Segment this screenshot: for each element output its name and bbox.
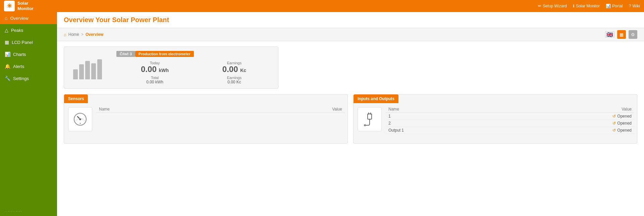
sensors-col-name: Name [96,106,223,113]
status-icon-output1: ↺ [612,128,616,133]
bar-4 [91,63,96,79]
sidebar-item-alerts[interactable]: 🔔 Alerts [0,60,57,72]
sensors-icon-box: ● [68,107,92,131]
page-header: Overview Your Solar Power Plant [57,12,644,28]
question-icon: ? [629,4,631,8]
plug-icon [362,112,377,127]
io-icon-box [358,107,382,131]
earnings-value: 0.00 Kc [196,65,273,74]
gauge-icon: ● [73,112,88,127]
sensors-panel: Sensors ● [64,94,348,144]
tab-production[interactable]: Production from electrometer [135,51,194,57]
logo-text: Solar Monitor [17,1,34,11]
earnings2-label: Earnings [196,76,273,80]
bar-chart [73,56,102,79]
nav-wiki[interactable]: ? Wiki [629,4,640,8]
nav-solar-monitor[interactable]: ℹ Solar Monitor [573,4,600,8]
app-layout: ⌂ Overview △ Peaks ▦ LCD Panel 📊 Charts … [0,12,644,216]
logo-icon: ☀ [4,1,15,11]
panels-row: Sensors ● [64,94,637,144]
production-chart-area [64,47,111,88]
sensors-table: Name Value [96,106,345,113]
sidebar-item-lcd-panel[interactable]: ▦ LCD Panel [0,36,57,48]
bar-3 [85,61,90,79]
status-icon-1: ↺ [612,114,616,119]
total-value: 0.00 kWh [116,80,193,84]
earnings2-value: 0.00 Kc [196,80,273,84]
breadcrumb-actions: 🇬🇧 ▦ ⚙ [605,30,637,39]
svg-rect-3 [368,114,372,119]
breadcrumb-separator: > [81,32,84,37]
sidebar: ⌂ Overview △ Peaks ▦ LCD Panel 📊 Charts … [0,12,57,216]
earnings-group: Earnings 0.00 Kc Earnings 0.00 Kc [196,61,273,84]
top-bar: ☀ Solar Monitor ✏ Setup Wizard ℹ Solar M… [0,0,644,12]
sidebar-item-overview[interactable]: ⌂ Overview [0,12,57,24]
production-card: Čítač 3 Production from electrometer Tod… [64,47,278,89]
tab-citac3[interactable]: Čítač 3 [116,51,135,57]
breadcrumb-bar: ⌂ Home > Overview 🇬🇧 ▦ ⚙ [57,28,644,41]
bar-5 [97,59,102,79]
io-panel: Inputs and Outputs [353,94,637,144]
svg-text:●: ● [79,122,81,124]
logo: ☀ Solar Monitor [4,1,34,11]
production-values: Today 0.00 kWh Total 0.00 kWh Earnings [116,61,273,84]
bell-icon: 🔔 [5,64,10,69]
breadcrumb-current: Overview [86,32,103,37]
table-row: Output 1 ↺Opened [386,127,634,134]
sidebar-item-charts[interactable]: 📊 Charts [0,48,57,60]
io-col-value: Value [500,106,634,113]
svg-point-6 [364,124,366,126]
top-nav: ✏ Setup Wizard ℹ Solar Monitor 📊 Portal … [538,4,640,8]
breadcrumb-home-label[interactable]: Home [68,32,79,37]
production-card-info: Čítač 3 Production from electrometer Tod… [111,47,278,88]
info-icon: ℹ [573,4,575,8]
nav-portal[interactable]: 📊 Portal [606,4,623,8]
breadcrumb: ⌂ Home > Overview [64,32,103,37]
io-table: Name Value 1 ↺Opened [386,106,634,134]
total-label: Total [116,76,193,80]
sensors-panel-header: Sensors [64,94,88,103]
sidebar-item-settings[interactable]: 🔧 Settings [0,72,57,84]
sidebar-bottom-dots: ··········· [0,207,57,216]
content-area: Čítač 3 Production from electrometer Tod… [57,41,644,149]
io-col-name: Name [386,106,500,113]
wand-icon: ✏ [538,4,541,8]
chart-icon: 📊 [606,4,611,8]
io-panel-inner: Name Value 1 ↺Opened [354,103,637,143]
table-row: 2 ↺Opened [386,120,634,127]
peaks-icon: △ [5,27,8,33]
nav-setup-wizard[interactable]: ✏ Setup Wizard [538,4,567,8]
status-icon-2: ↺ [612,121,616,126]
today-group: Today 0.00 kWh Total 0.00 kWh [116,61,193,84]
bar-1 [73,69,78,79]
home-icon: ⌂ [5,15,7,21]
lcd-icon: ▦ [5,40,9,45]
flag-uk[interactable]: 🇬🇧 [605,31,614,38]
settings-button[interactable]: ⚙ [629,30,637,39]
sensors-panel-inner: ● Name Value [64,103,347,143]
breadcrumb-home-icon[interactable]: ⌂ [64,32,66,37]
page-title: Overview Your Solar Power Plant [64,16,637,24]
table-row: 1 ↺Opened [386,113,634,120]
io-panel-header: Inputs and Outputs [354,94,398,103]
bar-chart-icon: 📊 [5,52,10,57]
sidebar-item-peaks[interactable]: △ Peaks [0,24,57,36]
dashboard-button[interactable]: ▦ [617,30,626,39]
production-tabs: Čítač 3 Production from electrometer [116,51,273,57]
today-value: 0.00 kWh [116,65,193,74]
bar-2 [79,64,84,79]
io-table-body: 1 ↺Opened 2 ↺Opened [386,113,634,134]
wrench-icon: 🔧 [5,76,10,81]
main-content: Overview Your Solar Power Plant ⌂ Home >… [57,12,644,216]
sensors-col-value: Value [223,106,345,113]
